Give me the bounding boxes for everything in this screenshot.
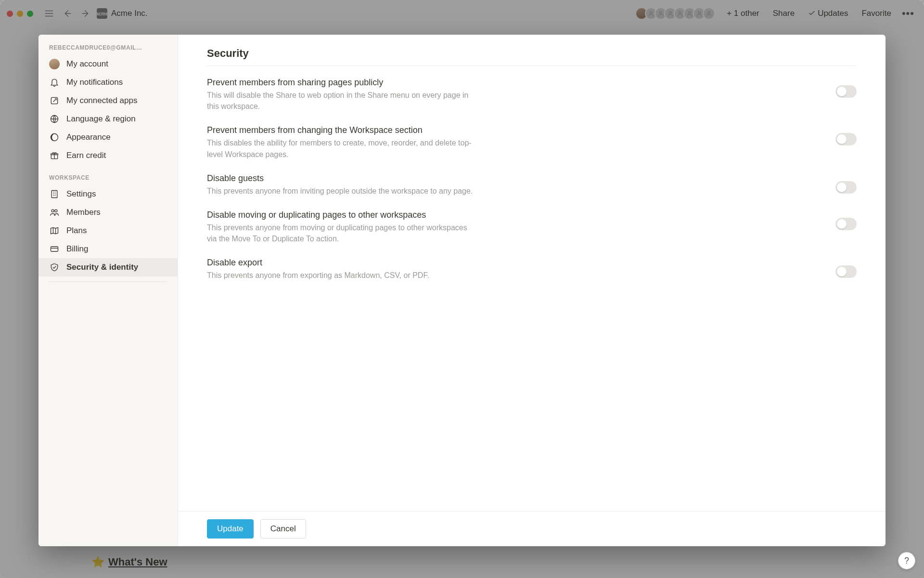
sidebar-item-label: Members (66, 208, 101, 217)
link-icon (49, 95, 60, 106)
sidebar-item-settings[interactable]: Settings (38, 185, 178, 203)
settings-sidebar: REBECCAMDRUCE0@GMAIL… My account My noti… (38, 35, 178, 546)
sidebar-item-plans[interactable]: Plans (38, 222, 178, 240)
building-icon (49, 189, 60, 199)
toggle-disable-move-duplicate[interactable] (835, 218, 857, 230)
people-icon (49, 207, 60, 218)
setting-description: This disables the ability for members to… (207, 137, 476, 159)
sidebar-item-my-notifications[interactable]: My notifications (38, 73, 178, 92)
settings-scroll-area: Security Prevent members from sharing pa… (178, 35, 886, 511)
setting-row: Prevent members from changing the Worksp… (207, 125, 857, 159)
sidebar-item-connected-apps[interactable]: My connected apps (38, 92, 178, 110)
sidebar-item-language-region[interactable]: Language & region (38, 110, 178, 128)
toggle-disable-export[interactable] (835, 265, 857, 278)
setting-label: Prevent members from sharing pages publi… (207, 78, 816, 88)
sidebar-item-my-account[interactable]: My account (38, 55, 178, 73)
sidebar-item-security[interactable]: Security & identity (38, 258, 178, 276)
setting-description: This prevents anyone from inviting peopl… (207, 185, 476, 197)
sidebar-item-label: My connected apps (66, 96, 137, 105)
sidebar-item-appearance[interactable]: Appearance (38, 128, 178, 146)
svg-point-13 (51, 210, 54, 212)
app-window: acme Acme Inc. + 1 other Share Updates F… (0, 0, 924, 578)
account-section-header: REBECCAMDRUCE0@GMAIL… (38, 44, 178, 55)
sidebar-item-label: My account (66, 59, 108, 69)
cancel-button[interactable]: Cancel (260, 519, 306, 539)
setting-label: Disable export (207, 258, 816, 268)
settings-footer: Update Cancel (178, 511, 886, 546)
sidebar-divider (49, 281, 167, 282)
setting-row: Disable export This prevents anyone from… (207, 258, 857, 281)
setting-description: This prevents anyone from moving or dupl… (207, 222, 476, 244)
card-icon (49, 244, 60, 254)
setting-description: This prevents anyone from exporting as M… (207, 270, 476, 281)
gift-icon (49, 150, 60, 161)
setting-label: Prevent members from changing the Worksp… (207, 125, 816, 135)
sidebar-item-label: Settings (66, 189, 96, 199)
bell-icon (49, 77, 60, 88)
sidebar-item-members[interactable]: Members (38, 203, 178, 222)
sidebar-item-label: My notifications (66, 78, 123, 87)
svg-point-14 (55, 210, 57, 212)
toggle-prevent-public-sharing[interactable] (835, 85, 857, 98)
avatar-icon (49, 59, 60, 69)
svg-rect-12 (51, 191, 57, 198)
setting-label: Disable guests (207, 173, 816, 184)
shield-icon (49, 262, 60, 273)
setting-row: Disable guests This prevents anyone from… (207, 173, 857, 197)
update-button[interactable]: Update (207, 519, 254, 539)
settings-modal: REBECCAMDRUCE0@GMAIL… My account My noti… (38, 35, 886, 546)
workspace-section-header: WORKSPACE (38, 174, 178, 185)
sidebar-item-label: Billing (66, 244, 88, 254)
sidebar-item-label: Security & identity (66, 263, 138, 272)
toggle-disable-guests[interactable] (835, 181, 857, 194)
setting-row: Prevent members from sharing pages publi… (207, 78, 857, 112)
settings-main: Security Prevent members from sharing pa… (178, 35, 886, 546)
sidebar-item-earn-credit[interactable]: Earn credit (38, 146, 178, 165)
svg-rect-15 (51, 247, 58, 251)
setting-row: Disable moving or duplicating pages to o… (207, 210, 857, 244)
globe-icon (49, 114, 60, 124)
sidebar-item-label: Plans (66, 226, 87, 236)
sidebar-item-billing[interactable]: Billing (38, 240, 178, 258)
setting-description: This will disable the Share to web optio… (207, 90, 476, 112)
page-title: Security (207, 47, 857, 66)
setting-label: Disable moving or duplicating pages to o… (207, 210, 816, 220)
moon-icon (49, 132, 60, 143)
sidebar-item-label: Appearance (66, 132, 111, 142)
help-button[interactable]: ? (898, 552, 915, 569)
sidebar-item-label: Earn credit (66, 151, 106, 160)
toggle-prevent-workspace-changes[interactable] (835, 133, 857, 145)
sidebar-item-label: Language & region (66, 114, 136, 124)
map-icon (49, 225, 60, 236)
